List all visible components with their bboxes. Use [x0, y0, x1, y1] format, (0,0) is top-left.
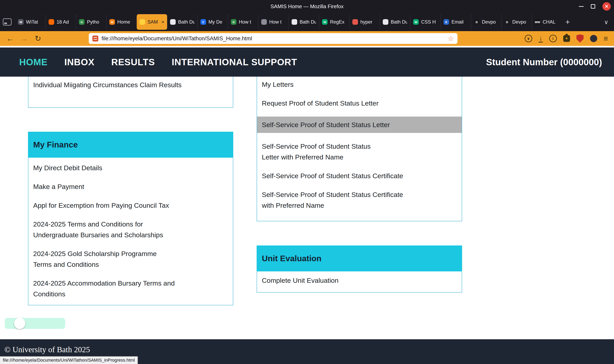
tab-18-ad[interactable]: 18 Ad: [46, 14, 76, 30]
list-all-tabs-icon[interactable]: ∨: [601, 19, 611, 26]
tab-devpost-1[interactable]: D Devpo: [471, 14, 501, 30]
tab-label: RegEx: [330, 19, 347, 25]
tab-label: My De: [209, 19, 225, 25]
tab-bath-duck-3[interactable]: Bath Duc: [380, 14, 410, 30]
tab-favicon-icon: D: [504, 19, 510, 25]
page-info-icon[interactable]: [92, 36, 98, 41]
tab-label: Home: [117, 19, 134, 25]
tab-label: Devpo: [482, 19, 499, 25]
tab-python[interactable]: G Pytho: [76, 14, 106, 30]
tab-favicon-icon: [383, 19, 388, 25]
tab-favicon-icon: W: [18, 19, 24, 25]
ublock-shield-icon[interactable]: [576, 34, 584, 43]
tab-how-to-2[interactable]: How t: [258, 14, 289, 30]
tab-email[interactable]: E Email: [441, 14, 471, 30]
tab-favicon-icon: D: [474, 19, 479, 25]
menu-icon[interactable]: ≡: [604, 34, 608, 43]
url-bar[interactable]: file:///home/eyela/Documents/Uni/WiTatho…: [89, 33, 458, 44]
tab-devpost-2[interactable]: D Devpo: [501, 14, 532, 30]
tab-favicon-icon: C: [200, 19, 206, 25]
tab-label: hyper: [360, 19, 377, 25]
theme-toggle[interactable]: [5, 318, 65, 329]
unit-evaluation-title: Unit Evaluation: [257, 246, 462, 271]
list-item[interactable]: Make a Payment: [28, 181, 233, 192]
minimize-icon[interactable]: [579, 6, 584, 7]
maximize-icon[interactable]: [591, 4, 595, 9]
list-item-selected[interactable]: Self-Service Proof of Student Status Let…: [257, 117, 462, 133]
tab-favicon-icon: G: [231, 19, 237, 25]
url-text[interactable]: file:///home/eyela/Documents/Uni/WiTatho…: [101, 36, 445, 42]
tab-label: How t: [239, 19, 255, 25]
reload-icon[interactable]: ↻: [33, 34, 43, 43]
window-title: SAMIS Home — Mozilla Firefox: [270, 3, 344, 10]
tab-label: Email: [451, 19, 468, 25]
pocket-icon[interactable]: ∨: [525, 35, 532, 42]
tab-css-h[interactable]: W CSS H: [410, 14, 441, 30]
nav-item-home[interactable]: HOME: [19, 57, 48, 67]
window-titlebar: SAMIS Home — Mozilla Firefox ×: [0, 0, 614, 13]
tab-label: 18 Ad: [56, 19, 73, 25]
list-item[interactable]: 2024-2025 Accommodation Bursary Terms an…: [28, 278, 233, 299]
tab-favicon-icon: W: [413, 19, 419, 25]
finance-box: My Finance My Direct Debit Details Make …: [28, 132, 233, 305]
tab-label: CHAL: [543, 19, 559, 25]
tab-favicon-icon: [140, 19, 145, 25]
info-icon[interactable]: i: [549, 35, 557, 42]
list-item[interactable]: Appl for Excemption from Paying Council …: [28, 200, 233, 211]
tab-favicon-icon: W: [322, 19, 328, 25]
tab-label: Pytho: [87, 19, 104, 25]
tab-witathon[interactable]: W WiTat: [15, 14, 46, 30]
downloads-icon[interactable]: ↓: [539, 35, 543, 42]
tab-hyper[interactable]: hyper: [349, 14, 380, 30]
copyright-text: © University of Bath 2025: [4, 345, 90, 354]
list-item[interactable]: My Letters: [257, 79, 462, 90]
unit-evaluation-box: Unit Evaluation Complete Unit Evaluation: [257, 246, 462, 293]
extensions-icon[interactable]: +: [563, 35, 570, 42]
tab-label: How t: [269, 19, 286, 25]
student-number: Student Number (0000000): [486, 57, 602, 67]
back-icon[interactable]: ←: [5, 34, 15, 43]
nav-item-international-support[interactable]: INTERNATIONAL SUPPORT: [172, 57, 297, 67]
site-navbar: HOME INBOX RESULTS INTERNATIONAL SUPPORT…: [0, 48, 614, 77]
forward-icon[interactable]: →: [19, 34, 29, 43]
tab-regex[interactable]: W RegEx: [319, 14, 349, 30]
list-item[interactable]: My Direct Debit Details: [28, 162, 233, 173]
tab-strip: W WiTat 18 Ad G Pytho M Home SAM × Bath …: [0, 13, 614, 31]
tab-chal[interactable]: MW CHAL: [532, 14, 562, 30]
tab-favicon-icon: [49, 19, 54, 25]
tab-bath-duck[interactable]: Bath Duc: [167, 14, 197, 30]
tab-home[interactable]: M Home: [106, 14, 137, 30]
list-item[interactable]: Request Proof of Student Status Letter: [257, 98, 462, 109]
tab-favicon-icon: [292, 19, 297, 25]
nav-item-results[interactable]: RESULTS: [111, 57, 155, 67]
results-box: Individual Miigating Circumstances Claim…: [28, 77, 233, 108]
nav-item-inbox[interactable]: INBOX: [64, 57, 95, 67]
list-item[interactable]: Individual Miigating Circumstances Claim…: [28, 79, 233, 90]
tab-label: CSS H: [421, 19, 438, 25]
list-item[interactable]: Complete Unit Evaluation: [257, 275, 462, 286]
tab-my-de[interactable]: C My De: [197, 14, 228, 30]
tab-close-icon[interactable]: ×: [162, 19, 164, 25]
window-controls: ×: [579, 0, 611, 13]
tab-favicon-icon: [261, 19, 267, 25]
window-close-icon[interactable]: ×: [602, 2, 611, 11]
list-item[interactable]: 2024-2025 Gold Scholarship Programme Ter…: [28, 248, 233, 270]
tab-label: SAM: [148, 19, 159, 25]
bookmark-star-icon[interactable]: ☆: [448, 35, 454, 42]
list-item[interactable]: Self-Service Proof of Student Status Let…: [257, 141, 462, 162]
tab-label: Bath Duc: [391, 19, 407, 25]
new-tab-button[interactable]: +: [562, 18, 573, 26]
letters-box: My Letters Request Proof of Student Stat…: [257, 77, 462, 221]
tab-how-to-1[interactable]: G How t: [228, 14, 258, 30]
browser-toolbar: ← → ↻ file:///home/eyela/Documents/Uni/W…: [0, 31, 614, 46]
extension-badge-icon[interactable]: [590, 35, 597, 42]
toggle-knob[interactable]: [14, 318, 25, 329]
list-item[interactable]: Self-Service Proof of Student Status Cer…: [257, 189, 462, 211]
firefox-view-icon[interactable]: [3, 18, 12, 26]
tab-bath-duck-2[interactable]: Bath Duc: [289, 14, 319, 30]
tab-samis-active[interactable]: SAM ×: [137, 14, 167, 30]
list-item[interactable]: 2024-2025 Terms and Conditions for Under…: [28, 219, 233, 240]
list-item[interactable]: Self-Service Proof of Student Status Cer…: [257, 170, 462, 181]
tab-favicon-icon: G: [79, 19, 84, 25]
link-status-bar: file:///home/eyela/Documents/Uni/WiTatho…: [0, 356, 138, 364]
